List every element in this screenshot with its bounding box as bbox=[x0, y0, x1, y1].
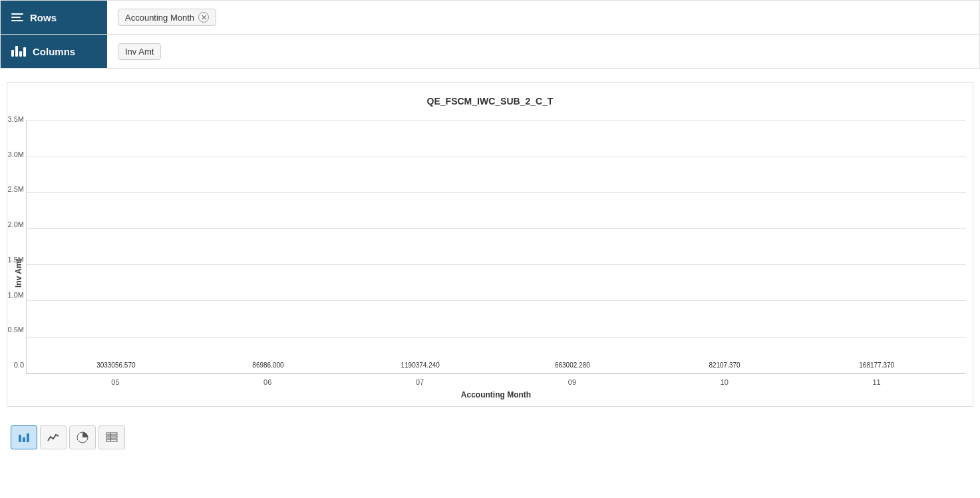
chart-type-pie-button[interactable] bbox=[69, 425, 96, 449]
x-tick: 06 bbox=[192, 378, 344, 386]
chart-plot: 3.5M3.0M2.5M2.0M1.5M1.0M0.5M0.0 3033056.… bbox=[26, 120, 966, 374]
y-tick: 2.5M bbox=[0, 185, 24, 193]
bar-value-label: 1190374.240 bbox=[401, 362, 439, 369]
x-tick: 07 bbox=[344, 378, 496, 386]
x-axis-label: Accounting Month bbox=[26, 390, 966, 399]
x-axis: 050607091011 bbox=[26, 374, 966, 386]
svg-rect-2 bbox=[27, 433, 29, 442]
rows-chip[interactable]: Accounting Month ✕ bbox=[118, 9, 216, 26]
chart-type-line-button[interactable] bbox=[40, 425, 67, 449]
bar-value-label: 3033056.570 bbox=[96, 362, 135, 369]
rows-chip-close[interactable]: ✕ bbox=[198, 12, 209, 23]
bottom-controls bbox=[0, 420, 980, 455]
x-tick: 05 bbox=[39, 378, 192, 386]
top-controls: Rows Accounting Month ✕ Columns Inv Amt bbox=[0, 0, 980, 69]
columns-chip[interactable]: Inv Amt bbox=[118, 43, 161, 60]
x-tick: 10 bbox=[648, 378, 800, 386]
bars-wrapper: 3033056.57086986.0001190374.240663002.28… bbox=[27, 120, 966, 374]
svg-rect-6 bbox=[106, 439, 117, 441]
rows-row: Rows Accounting Month ✕ bbox=[1, 1, 979, 35]
x-tick: 11 bbox=[800, 378, 953, 386]
y-tick: 3.5M bbox=[0, 115, 24, 123]
rows-label: Rows bbox=[1, 1, 107, 34]
y-tick: 1.0M bbox=[0, 291, 24, 299]
svg-rect-1 bbox=[23, 437, 25, 442]
y-tick: 1.5M bbox=[0, 256, 24, 264]
rows-icon bbox=[11, 13, 23, 21]
svg-rect-0 bbox=[19, 435, 21, 442]
chart-area: Inv Amt 3.5M3.0M2.5M2.0M1.5M1.0M0.5M0.0 … bbox=[14, 120, 966, 399]
chart-type-bar-button[interactable] bbox=[11, 425, 37, 449]
chart-title: QE_FSCM_IWC_SUB_2_C_T bbox=[14, 96, 966, 107]
y-ticks: 3.5M3.0M2.5M2.0M1.5M1.0M0.5M0.0 bbox=[0, 120, 24, 374]
svg-rect-4 bbox=[106, 433, 117, 435]
columns-icon bbox=[11, 46, 26, 57]
x-tick: 09 bbox=[496, 378, 648, 386]
y-tick: 3.0M bbox=[0, 150, 24, 158]
bar-value-label: 168177.370 bbox=[859, 362, 894, 369]
bar-value-label: 86986.000 bbox=[252, 362, 283, 369]
chart-type-table-button[interactable] bbox=[98, 425, 125, 449]
y-tick: 2.0M bbox=[0, 220, 24, 228]
y-tick: 0.5M bbox=[0, 326, 24, 334]
bar-value-label: 82107.370 bbox=[709, 362, 740, 369]
columns-label: Columns bbox=[1, 35, 107, 68]
chart-container: QE_FSCM_IWC_SUB_2_C_T Inv Amt 3.5M3.0M2.… bbox=[7, 82, 973, 407]
svg-rect-5 bbox=[106, 436, 117, 438]
bar-value-label: 663002.280 bbox=[555, 362, 590, 369]
chart-inner: 3.5M3.0M2.5M2.0M1.5M1.0M0.5M0.0 3033056.… bbox=[26, 120, 966, 399]
y-tick: 0.0 bbox=[0, 361, 24, 369]
columns-row: Columns Inv Amt bbox=[1, 35, 979, 68]
